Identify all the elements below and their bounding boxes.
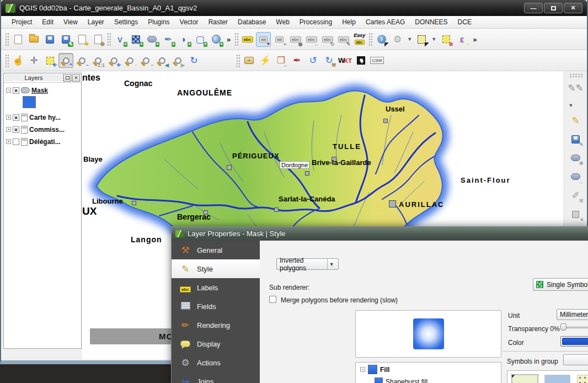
layer-checkbox[interactable]: × [13,87,19,94]
single-symbol-select[interactable]: Single Symbol [533,278,588,291]
symbol-tree-child[interactable]: Shapeburst fill [356,375,501,383]
tab-display[interactable]: Display [172,334,260,353]
refresh-map-icon[interactable]: ↻ [186,53,201,68]
tab-actions[interactable]: ⚙Actions [172,353,260,372]
tab-labels[interactable]: abcLabels [172,278,260,297]
run-feature-action-icon[interactable]: ⚙ [390,32,405,47]
select-by-expression-icon[interactable]: ε▪ [455,32,469,47]
archive-icon[interactable]: − [242,53,256,68]
tab-fields[interactable]: Fields [172,297,260,316]
composer-manager-icon[interactable]: ⚙ [90,32,105,47]
menu-project[interactable]: Project [7,17,37,28]
redo-config-icon[interactable]: ↻⚒ [322,53,336,68]
chevron-down-icon[interactable]: ▼ [568,98,575,112]
csw-icon[interactable]: CSW [370,53,384,68]
current-edits-icon[interactable]: ✎✎ [568,79,584,96]
menu-web[interactable]: Web [271,17,294,28]
menu-vector[interactable]: Vector [175,17,204,28]
new-composer-icon[interactable]: ✱ [74,32,89,47]
label-properties-icon[interactable]: abc✎ [336,32,351,47]
toggle-editing-icon[interactable]: ✎ [568,112,584,129]
save-project-as-icon[interactable]: ✎ [58,32,73,47]
close-panel-button[interactable]: ✕ [72,75,80,82]
merge-polygons-checkbox[interactable] [269,296,276,303]
dotted-fill[interactable] [577,375,588,383]
toolbar-grip[interactable] [5,33,9,46]
menu-view[interactable]: View [58,17,83,28]
save-edits-icon[interactable]: ✎ [568,131,584,147]
toolbar-grip[interactable] [234,33,238,46]
menu-layer[interactable]: Layer [83,17,109,28]
renderer-select[interactable]: Inverted polygons ▼ [276,258,339,270]
quick-run-icon[interactable]: ⚡ [258,53,272,68]
delete-selected-icon[interactable]: × [568,206,584,222]
add-spatialite-layer-icon[interactable]: ✒+ [161,32,175,47]
toolbar-grip[interactable] [569,73,582,77]
symbol-tree-root[interactable]: − Fill [356,363,501,375]
layer-item-cartehy[interactable]: +×Carte hy... [4,113,81,122]
move-feature-icon[interactable]: → [568,168,584,185]
symbols-group-select[interactable]: ▼ [563,354,588,365]
tab-rendering[interactable]: ✏Rendering [172,316,260,334]
menu-dce[interactable]: DCE [453,17,477,28]
chevron-down-icon[interactable]: ▼ [430,33,437,46]
layer-checkbox[interactable]: × [13,139,19,145]
add-raster-layer-icon[interactable]: + [129,32,143,47]
add-wms-layer-icon[interactable]: + [209,32,223,47]
grass-tools-icon[interactable]: ✒ [290,53,304,68]
dialog-title-bar[interactable]: Layer Properties - Mask | Style [172,227,588,241]
undo-icon[interactable]: ↺ [306,53,320,68]
add-postgis-layer-icon[interactable]: + [145,32,159,47]
transparency-slider[interactable] [560,323,588,331]
toolbar-grip[interactable] [5,54,9,67]
minimize-button[interactable]: — [524,3,543,13]
float-panel-button[interactable] [63,75,71,82]
expander-icon[interactable]: − [6,88,11,93]
expander-icon[interactable]: + [6,139,11,144]
add-feature-icon[interactable]: ✱ [568,150,584,166]
pan-to-selection-icon[interactable]: ✛ [42,53,57,68]
slider-handle[interactable] [560,323,566,331]
menu-settings[interactable]: Settings [109,17,143,28]
zoom-to-selection-icon[interactable]: ▪ [122,53,137,68]
close-button[interactable]: ✕ [564,3,582,13]
toolbar-grip[interactable] [368,33,372,46]
menu-processing[interactable]: Processing [295,17,337,28]
menu-help[interactable]: Help [337,17,361,28]
toolbar-grip[interactable] [236,54,240,67]
chevron-down-icon[interactable]: ▼ [406,33,413,46]
layer-item-dlgati[interactable]: +×Délégati... [4,137,81,146]
label-anchor-icon[interactable]: ab● [272,32,287,47]
zoom-next-icon[interactable]: ▶ [170,53,185,68]
menu-raster[interactable]: Raster [204,17,233,28]
expander-icon[interactable]: + [6,127,11,132]
easy-label-icon[interactable]: Easyabc [352,32,367,47]
new-project-icon[interactable] [10,32,25,47]
tab-style[interactable]: ✎Style [172,259,260,278]
color-button[interactable] [560,336,588,347]
collapse-icon[interactable]: − [360,367,365,372]
save-project-icon[interactable] [42,32,57,47]
maximize-button[interactable] [544,3,563,13]
pan-map-icon[interactable]: ✛ [26,53,41,68]
node-tool-icon[interactable]: ✐⚒ [568,187,584,204]
touch-zoom-icon[interactable]: ☝ [10,53,25,68]
layer-labeling-icon[interactable]: abc [240,32,255,47]
menu-plugins[interactable]: Plugins [143,17,174,28]
add-mssql-layer-icon[interactable]: ◗+ [177,32,191,47]
menu-edit[interactable]: Edit [37,17,58,28]
pale-yellow-fill[interactable] [512,375,538,383]
toolbar-overflow[interactable]: » [471,35,479,44]
label-pin-icon[interactable]: ab● [256,32,271,47]
blue-fill[interactable] [544,375,570,383]
menu-cartes-aeag[interactable]: Cartes AEAG [361,17,410,28]
wkt-icon[interactable]: WKT [338,53,352,68]
deselect-all-icon[interactable]: ⊘ [439,32,453,47]
label-visibility-icon[interactable]: abc◉ [288,32,303,47]
africa-plugin-icon[interactable] [354,53,368,68]
title-bar[interactable]: QGIS 0dd02ba - Carte_generale_Bassin_A0_… [1,0,587,16]
fill-swatch[interactable] [23,96,36,108]
layer-item-mask[interactable]: −×Mask [4,86,81,95]
zoom-last-icon[interactable]: ◀ [154,53,169,68]
menu-database[interactable]: Database [233,17,271,28]
